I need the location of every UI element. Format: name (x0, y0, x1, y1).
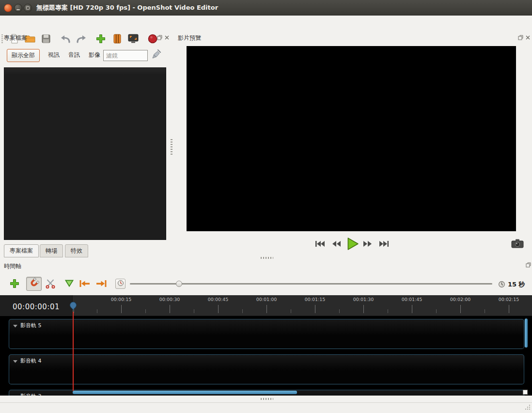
undo-icon (60, 33, 71, 46)
fast-forward-icon (363, 240, 373, 249)
window-title: 無標題專案 [HD 720p 30 fps] - OpenShot Video … (36, 0, 218, 15)
scrollbar-corner (523, 390, 528, 395)
project-files-float-button[interactable] (156, 35, 162, 41)
add-track-button[interactable] (8, 277, 21, 291)
plus-icon (9, 278, 20, 290)
fullscreen-button[interactable] (126, 32, 140, 46)
tab-effects[interactable]: 特效 (65, 244, 88, 257)
arrow-right-bar-icon (95, 279, 108, 289)
timeline-float-button[interactable] (525, 263, 531, 269)
timeline-dock-title: 時間軸 (4, 262, 21, 270)
ruler-mark: 00:00:15 (111, 297, 132, 302)
track-label: 影音軌 3 (20, 393, 42, 396)
plus-icon (95, 33, 106, 46)
preview-float-button[interactable] (517, 35, 523, 41)
clock-icon (117, 280, 124, 288)
previous-marker-button[interactable] (78, 279, 92, 289)
float-icon (518, 35, 523, 42)
timeline-hscrollbar-thumb[interactable] (73, 391, 297, 394)
close-icon (164, 35, 170, 42)
preview-timeline-splitter[interactable] (261, 257, 273, 259)
tab-project-files[interactable]: 專案檔案 (4, 244, 39, 257)
chevron-down-icon[interactable] (13, 393, 17, 396)
play-icon (345, 237, 359, 252)
timeline-status-splitter[interactable] (261, 398, 273, 400)
track-label: 影音軌 4 (20, 357, 42, 365)
timeline-scale-icon (498, 280, 505, 288)
window-maximize-button[interactable] (24, 4, 32, 12)
playhead-handle[interactable] (69, 302, 77, 314)
ruler-mark: 00:01:30 (353, 297, 374, 302)
openshot-window: 無標題專案 [HD 720p 30 fps] - OpenShot Video … (0, 0, 532, 413)
chevron-down-icon[interactable] (13, 358, 17, 365)
window-minimize-button[interactable] (14, 4, 22, 12)
dock-splitter-vertical[interactable] (171, 139, 172, 155)
titlebar: 無標題專案 [HD 720p 30 fps] - OpenShot Video … (0, 0, 532, 16)
filter-audio-button[interactable]: 音訊 (64, 49, 84, 62)
playhead-line (73, 312, 74, 391)
jump-to-start-icon (314, 240, 325, 249)
filter-show-all-button[interactable]: 顯示全部 (7, 49, 40, 62)
float-icon (157, 35, 162, 42)
resize-grip[interactable] (525, 404, 531, 412)
ruler-mark: 00:01:15 (305, 297, 326, 302)
import-files-button[interactable] (94, 32, 108, 46)
fast-forward-button[interactable] (363, 240, 373, 248)
undo-button[interactable] (59, 32, 72, 46)
razor-tool-button[interactable] (44, 277, 57, 291)
save-frame-button[interactable] (511, 238, 524, 250)
toolbar-drag-handle[interactable] (1, 34, 3, 44)
track-row-5[interactable]: 影音軌 5 (9, 319, 524, 349)
zoom-scale-label: 15 秒 (508, 280, 525, 289)
track-row-4[interactable]: 影音軌 4 (9, 354, 524, 384)
jump-to-start-button[interactable] (314, 240, 325, 248)
ruler-ticks-minor (73, 309, 532, 313)
choose-profile-button[interactable] (110, 32, 124, 46)
save-project-button[interactable] (39, 32, 53, 46)
redo-icon (76, 33, 87, 46)
preview-close-button[interactable] (525, 35, 531, 41)
jump-to-end-icon (379, 240, 390, 249)
ruler-mark: 00:02:15 (499, 297, 519, 302)
ruler-mark: 00:02:00 (450, 297, 471, 302)
save-icon (41, 33, 51, 46)
add-marker-button[interactable] (63, 279, 76, 289)
clear-filter-button[interactable] (151, 49, 162, 61)
filter-image-button[interactable]: 影像 (84, 49, 105, 62)
profile-icon (112, 33, 122, 46)
next-marker-button[interactable] (94, 279, 108, 289)
timeline-zoom-button[interactable] (115, 279, 125, 289)
zoom-slider-handle[interactable] (176, 281, 182, 287)
jump-to-end-button[interactable] (379, 240, 390, 248)
status-bar (0, 402, 532, 413)
files-filter-input[interactable] (103, 50, 148, 61)
preview-dock-title: 影片預覽 (178, 34, 201, 42)
snapping-toggle-button[interactable] (26, 277, 42, 291)
chevron-down-icon[interactable] (13, 322, 17, 329)
project-files-dock-title: 專案檔案 (4, 34, 27, 42)
ruler-mark: 00:00:30 (159, 297, 180, 302)
broom-icon (151, 49, 162, 61)
main-toolbar (0, 16, 532, 32)
magnet-icon (29, 278, 39, 290)
tab-transitions[interactable]: 轉場 (40, 244, 63, 257)
fullscreen-icon (127, 33, 139, 46)
rewind-button[interactable] (331, 240, 341, 248)
timeline-tracks-area[interactable]: 影音軌 5 影音軌 4 影音軌 3 (0, 316, 532, 396)
playhead-timecode: 00:00:00:01 (0, 295, 73, 316)
window-close-button[interactable] (4, 4, 12, 12)
zoom-slider[interactable] (130, 283, 492, 285)
float-icon (526, 262, 531, 269)
project-files-close-button[interactable] (164, 35, 170, 41)
marker-funnel-icon (64, 279, 74, 289)
camera-icon (511, 238, 524, 250)
timeline-vscrollbar-thumb[interactable] (525, 318, 528, 348)
close-icon (525, 35, 531, 42)
ruler-mark: 00:01:45 (402, 297, 422, 302)
filter-video-button[interactable]: 視訊 (44, 49, 64, 62)
play-button[interactable] (345, 237, 360, 252)
redo-button[interactable] (75, 32, 88, 46)
arrow-left-bar-icon (78, 279, 91, 289)
video-preview-canvas (187, 46, 516, 231)
project-files-list[interactable] (4, 67, 166, 240)
